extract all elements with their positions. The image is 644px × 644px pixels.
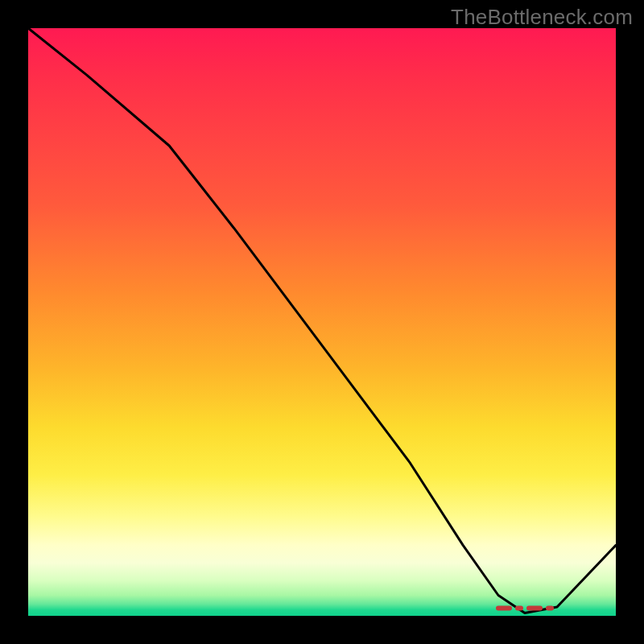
plot-area (28, 28, 616, 616)
chart-svg (28, 28, 616, 616)
chart-frame: TheBottleneck.com (0, 0, 644, 644)
watermark-text: TheBottleneck.com (451, 5, 633, 30)
bottleneck-curve (28, 28, 616, 613)
